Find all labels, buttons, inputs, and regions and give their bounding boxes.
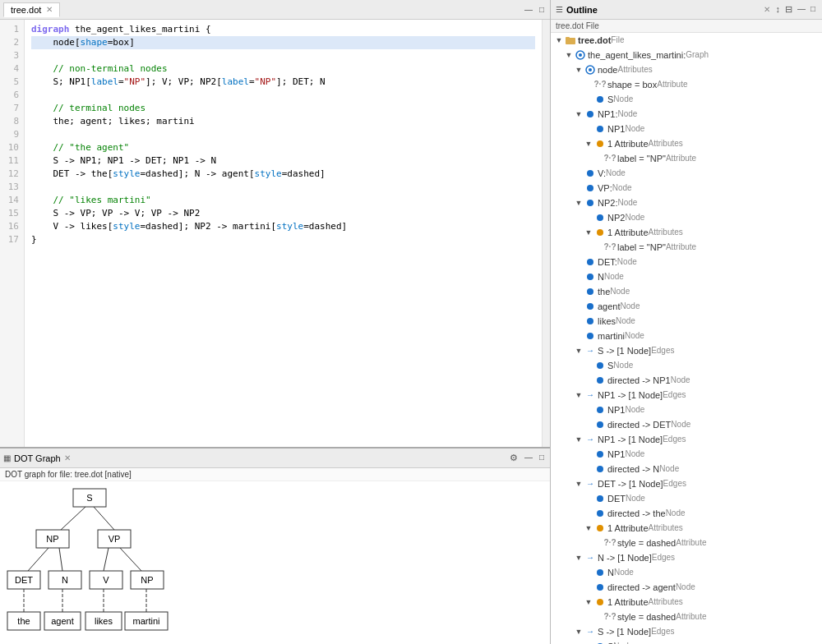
- tree-item[interactable]: the Node: [551, 284, 822, 299]
- tree-toggle[interactable]: ▼: [574, 625, 584, 638]
- tree-toggle[interactable]: ▼: [574, 108, 584, 121]
- tree-item-label: style = dashed: [617, 610, 676, 623]
- tree-item[interactable]: ▼→NP1 -> [1 Node] Edges: [551, 432, 822, 447]
- tree-item[interactable]: ▼tree.dot File: [551, 33, 822, 48]
- svg-text:S: S: [86, 493, 92, 503]
- tree-item-label: DET -> [1 Node]: [598, 477, 663, 490]
- tree-item-badge: Graph: [686, 48, 709, 62]
- tree-item-badge: Node: [606, 167, 626, 180]
- svg-point-54: [597, 377, 603, 384]
- tree-item[interactable]: directed -> the Node: [551, 506, 822, 521]
- tree-item[interactable]: ▼NP2: Node: [551, 196, 822, 210]
- tree-item[interactable]: ?·?label = "NP" Attribute: [551, 240, 822, 255]
- tree-toggle[interactable]: ▼: [574, 433, 584, 446]
- tree-item[interactable]: ?·?label = "NP" Attribute: [551, 151, 822, 166]
- tree-item-label: N -> [1 Node]: [598, 551, 652, 564]
- tree-toggle[interactable]: ▼: [574, 196, 584, 209]
- tree-toggle[interactable]: ▼: [574, 344, 584, 357]
- tree-item[interactable]: directed -> N Node: [551, 462, 822, 476]
- outline-tree[interactable]: ▼tree.dot File▼the_agent_likes_martini: …: [551, 33, 822, 644]
- tree-item-badge: Node: [610, 285, 630, 298]
- tree-item[interactable]: NP2 Node: [551, 210, 822, 225]
- tree-item-badge: Edges: [651, 344, 674, 357]
- node-icon: [594, 94, 606, 105]
- minimize-icon[interactable]: —: [522, 453, 535, 463]
- tree-item[interactable]: ▼node Attributes: [551, 62, 822, 77]
- dot-graph-panel: ▦ DOT Graph ✕ ⚙ — □ DOT graph for file: …: [0, 447, 550, 644]
- tree-item[interactable]: directed -> DET Node: [551, 417, 822, 432]
- tree-item[interactable]: V: Node: [551, 166, 822, 181]
- tree-item[interactable]: ?·?style = dashed Attribute: [551, 536, 822, 550]
- tree-item[interactable]: NP1 Node: [551, 122, 822, 136]
- collapse-icon[interactable]: ⊟: [783, 4, 794, 15]
- outline-close[interactable]: ✕: [764, 5, 770, 14]
- dot-graph-tab-close[interactable]: ✕: [64, 453, 71, 462]
- tree-item[interactable]: ▼1 Attribute Attributes: [551, 225, 822, 240]
- tree-item[interactable]: DET: Node: [551, 255, 822, 269]
- outline-minimize-icon[interactable]: —: [796, 4, 807, 15]
- tree-item[interactable]: DET Node: [551, 491, 822, 506]
- tree-item[interactable]: ▼1 Attribute Attributes: [551, 521, 822, 536]
- tree-item[interactable]: NP1 Node: [551, 447, 822, 462]
- svg-text:likes: likes: [95, 616, 113, 626]
- tree-item-badge: Node: [617, 255, 637, 269]
- tree-item[interactable]: NP1 Node: [551, 402, 822, 417]
- tree-item[interactable]: ▼→S -> [1 Node] Edges: [551, 624, 822, 639]
- tree-item[interactable]: S Node: [551, 358, 822, 373]
- tree-toggle[interactable]: ▼: [564, 48, 574, 62]
- code-editor[interactable]: digraph the_agent_likes_martini { node[s…: [25, 20, 542, 447]
- tree-item[interactable]: ?·?shape = box Attribute: [551, 77, 822, 92]
- attrs-icon: [594, 522, 606, 534]
- dot-graph-tab-label[interactable]: DOT Graph: [14, 453, 61, 463]
- tree-toggle[interactable]: ▼: [584, 522, 593, 535]
- tree-item[interactable]: ▼→N -> [1 Node] Edges: [551, 550, 822, 565]
- tree-item-label: NP1 -> [1 Node]: [598, 389, 663, 402]
- svg-text:VP: VP: [109, 534, 121, 544]
- tree-item-label: the_agent_likes_martini:: [588, 48, 686, 62]
- tree-toggle[interactable]: ▼: [584, 596, 593, 609]
- tree-item[interactable]: ▼→DET -> [1 Node] Edges: [551, 476, 822, 491]
- tree-item[interactable]: martini Node: [551, 329, 822, 343]
- tree-toggle[interactable]: ▼: [574, 477, 584, 490]
- tree-item[interactable]: S Node: [551, 639, 822, 644]
- tree-toggle[interactable]: ▼: [574, 551, 584, 564]
- node-icon: [594, 404, 606, 416]
- settings-icon[interactable]: ⚙: [507, 453, 520, 463]
- edge-icon: →: [584, 434, 596, 445]
- tree-item[interactable]: ▼NP1: Node: [551, 107, 822, 122]
- tree-item-badge: Node: [621, 300, 640, 313]
- tree-item[interactable]: likes Node: [551, 314, 822, 329]
- tree-item[interactable]: S Node: [551, 92, 822, 107]
- sort-icon[interactable]: ↕: [774, 4, 782, 15]
- dot-graph-content[interactable]: S NP VP DET N: [0, 481, 550, 644]
- tree-toggle[interactable]: ▼: [554, 34, 564, 47]
- tree-item[interactable]: ▼1 Attribute Attributes: [551, 595, 822, 610]
- outline-maximize-icon[interactable]: □: [809, 4, 817, 15]
- tree-item[interactable]: directed -> NP1 Node: [551, 373, 822, 388]
- tree-item[interactable]: ▼→S -> [1 Node] Edges: [551, 343, 822, 358]
- tree-item-label: N: [607, 566, 614, 579]
- tree-item-label: 1 Attribute: [607, 137, 649, 150]
- maximize-icon[interactable]: □: [537, 453, 547, 463]
- tree-toggle[interactable]: ▼: [574, 389, 584, 402]
- tree-item[interactable]: N Node: [551, 565, 822, 580]
- tree-item-label: NP1:: [598, 108, 617, 121]
- tree-item-badge: Node: [625, 448, 644, 461]
- tree-item[interactable]: VP: Node: [551, 181, 822, 196]
- svg-point-48: [587, 274, 593, 280]
- editor-tab-close[interactable]: ✕: [46, 5, 53, 14]
- editor-scrollbar[interactable]: [542, 20, 550, 447]
- tree-item[interactable]: ?·?style = dashed Attribute: [551, 610, 822, 624]
- editor-tab-min[interactable]: — □: [522, 5, 547, 14]
- tree-item[interactable]: ▼1 Attribute Attributes: [551, 136, 822, 151]
- svg-point-53: [597, 362, 603, 369]
- tree-toggle[interactable]: ▼: [574, 63, 584, 76]
- tree-toggle[interactable]: ▼: [584, 226, 593, 239]
- tree-item[interactable]: ▼→NP1 -> [1 Node] Edges: [551, 388, 822, 402]
- tree-toggle[interactable]: ▼: [584, 137, 593, 150]
- tree-item[interactable]: directed -> agent Node: [551, 580, 822, 595]
- tree-item[interactable]: agent Node: [551, 299, 822, 314]
- tree-item[interactable]: N Node: [551, 269, 822, 284]
- editor-tab-tree-dot[interactable]: tree.dot ✕: [3, 2, 60, 17]
- tree-item[interactable]: ▼the_agent_likes_martini: Graph: [551, 48, 822, 62]
